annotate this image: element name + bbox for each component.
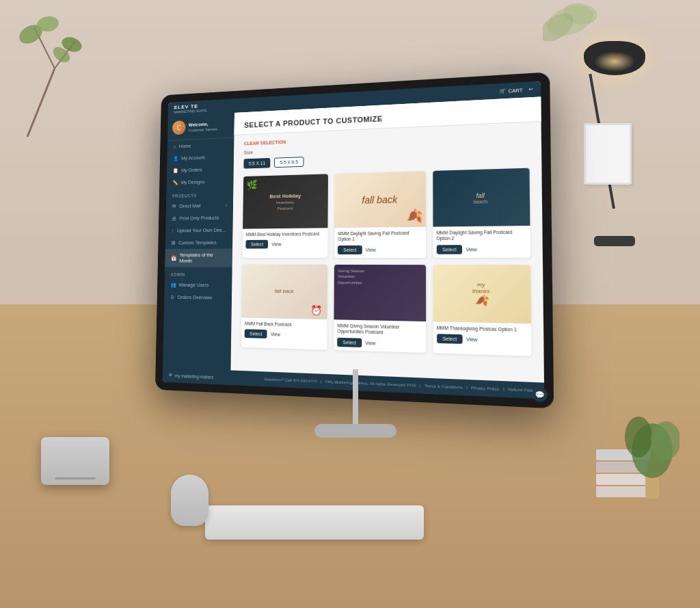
product-info-6: MMM Thanksgiving Postcas Option 1 Select…	[433, 321, 531, 349]
product-info-1: MMM Best Holiday Inventions Postcard Sel…	[243, 228, 328, 252]
sidebar-item-upload-own[interactable]: ↑ Upload Your Own Des...	[165, 224, 232, 237]
plant-decoration-right	[625, 389, 679, 499]
print-icon: 🖨	[172, 215, 176, 222]
product-image-4: fall back ⏰	[241, 265, 327, 319]
giving-text: Giving SeasonVolunteerOpportunities	[334, 265, 426, 290]
view-link-6[interactable]: View	[466, 337, 477, 343]
upload-own-label: Upload Your Own Des...	[177, 227, 226, 233]
footer-separator-2: |	[420, 384, 421, 388]
arrow-icon: ›	[226, 203, 227, 208]
custom-templates-label: Custom Templates	[178, 239, 216, 246]
sidebar-item-templates-month[interactable]: 📅 Templates of the Month	[165, 249, 232, 267]
product-grid: Best Holiday InventionsPostcard MMM Best…	[241, 168, 532, 356]
monitor-screen: ELEV TE MARKETING SUITE 🛒 CART ↩	[163, 81, 545, 399]
view-link-3[interactable]: View	[466, 247, 476, 252]
sidebar-item-print-only[interactable]: 🖨 Print Only Products	[165, 211, 232, 224]
product-name-4: MMM Fall Back Postcard	[245, 321, 324, 328]
monitor-body: ELEV TE MARKETING SUITE 🛒 CART ↩	[155, 72, 554, 408]
product-actions-1: Select View	[245, 240, 324, 249]
product-actions-4: Select View	[245, 330, 324, 341]
content-area: SELECT A PRODUCT TO CUSTOMIZE CLEAR SELE…	[230, 96, 544, 382]
sidebar-item-direct-mail[interactable]: ✉ Direct Mail ›	[166, 199, 233, 213]
product-info-4: MMM Fall Back Postcard Select View	[241, 317, 327, 343]
lamp-head	[584, 41, 645, 75]
footer-logo-icon: ⊕	[169, 373, 172, 378]
view-link-5[interactable]: View	[365, 341, 375, 346]
footer-terms[interactable]: Terms & Conditions	[425, 384, 463, 390]
footer-logo: ⊕ my marketing matters	[169, 373, 213, 380]
product-image-2: fall back 🍂	[335, 171, 426, 228]
svg-point-13	[651, 421, 679, 460]
templates-month-label: Templates of the Month	[179, 252, 226, 263]
home-label: Home	[179, 143, 191, 149]
footer-logo-text: my marketing matters	[175, 373, 213, 379]
logo-area: ELEV TE MARKETING SUITE	[174, 103, 207, 114]
mac-mini	[41, 437, 109, 485]
fall-back-image-text: fall back	[362, 194, 397, 206]
footer-privacy[interactable]: Privacy Policy	[471, 386, 499, 391]
mail-icon: ✉	[172, 203, 176, 209]
fall-text: fall back	[275, 289, 294, 295]
view-link-1[interactable]: View	[271, 242, 281, 247]
product-image-3: fall beach	[433, 168, 530, 227]
sidebar-item-manage-users[interactable]: 👥 Manage Users	[164, 278, 232, 291]
user-info: Welcome, Customer Service	[189, 121, 218, 132]
product-card-3: fall beach MMM Daylight Saving Fall Post…	[433, 168, 530, 258]
product-actions-3: Select View	[436, 245, 526, 254]
cart-label: CART	[509, 88, 523, 93]
product-name-5: MMM Giving Season Volunteer Opportunitie…	[338, 323, 422, 336]
product-name-2: MMM Daylight Saving Fall Postcard Option…	[338, 230, 422, 243]
picture-frame	[584, 123, 632, 185]
lamp-base	[594, 236, 635, 246]
select-button-5[interactable]: Select	[338, 337, 362, 347]
logo: ELEV TE MARKETING SUITE	[174, 103, 207, 114]
view-link-2[interactable]: View	[366, 248, 376, 252]
select-button-1[interactable]: Select	[245, 240, 268, 249]
clock-emoji: ⏰	[310, 304, 322, 315]
select-button-3[interactable]: Select	[436, 245, 462, 254]
overview-icon: ⊙	[170, 294, 174, 300]
product-card-1: Best Holiday InventionsPostcard MMM Best…	[243, 174, 329, 258]
product-name-6: MMM Thanksgiving Postcas Option 1	[437, 325, 528, 333]
sidebar-item-custom-templates[interactable]: ⊞ Custom Templates	[165, 236, 233, 249]
select-button-2[interactable]: Select	[338, 246, 362, 254]
home-icon: ⌂	[173, 144, 176, 149]
sidebar-item-orders-overview[interactable]: ⊙ Orders Overview	[164, 291, 232, 304]
size-button-5511[interactable]: 5.5 X 11	[243, 158, 270, 169]
product-actions-5: Select View	[338, 337, 422, 349]
view-link-4[interactable]: View	[271, 332, 280, 336]
desk-scene: ELEV TE MARKETING SUITE 🛒 CART ↩	[0, 0, 700, 608]
select-button-4[interactable]: Select	[245, 330, 267, 339]
designs-icon: ✏️	[172, 180, 178, 186]
product-image-5: Giving SeasonVolunteerOpportunities	[334, 265, 426, 321]
sidebar: C Welcome, Customer Service ⌂ Home	[163, 113, 234, 370]
product-card-2: fall back 🍂 MMM Daylight Saving Fall Pos…	[334, 171, 425, 258]
leaf-decoration-right	[543, 0, 597, 41]
select-button-6[interactable]: Select	[437, 334, 463, 344]
monitor-stand-base	[314, 424, 396, 438]
size-button-5585[interactable]: 5.5 X 8.5	[274, 157, 304, 168]
direct-mail-label: Direct Mail	[179, 203, 200, 209]
user-avatar: C	[172, 120, 186, 135]
product-info-2: MMM Daylight Saving Fall Postcard Option…	[334, 227, 425, 258]
top-bar-right: 🛒 CART ↩	[500, 86, 533, 94]
svg-line-0	[27, 68, 55, 137]
account-icon: 👤	[173, 155, 178, 161]
footer-separator: |	[321, 380, 322, 384]
product-info-5: MMM Giving Season Volunteer Opportunitie…	[334, 319, 426, 353]
upload-icon: ↑	[172, 228, 174, 233]
orders-icon: 📋	[173, 168, 178, 174]
cart-button[interactable]: 🛒 CART	[500, 87, 523, 94]
logout-icon[interactable]: ↩	[528, 86, 533, 92]
products-section-label: PRODUCTS	[166, 187, 233, 200]
orders-label: My Orders	[181, 167, 202, 173]
calendar-icon: 📅	[171, 255, 176, 261]
product-card-4: fall back ⏰ MMM Fall Back Postcard Selec…	[241, 265, 328, 350]
orders-overview-label: Orders Overview	[178, 294, 213, 300]
product-actions-6: Select View	[437, 334, 528, 345]
cart-icon: 🛒	[500, 88, 507, 94]
svg-point-12	[625, 417, 652, 458]
account-label: My Account	[181, 155, 204, 161]
footer-separator-3: |	[466, 386, 468, 390]
product-info-3: MMM Daylight Saving Fall Postcard Option…	[433, 226, 530, 258]
